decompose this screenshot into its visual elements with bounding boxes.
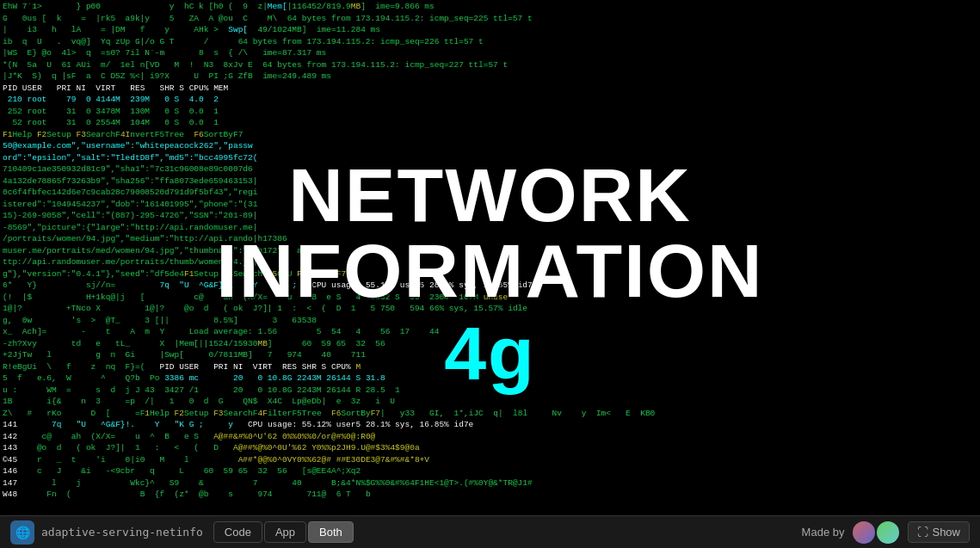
expand-icon: ⛶ <box>917 526 928 539</box>
app-icon: 🌐 <box>10 520 34 545</box>
tab-group: Code App Both <box>213 521 354 543</box>
bottom-bar: 🌐 adaptive-serving-netinfo Code App Both… <box>0 515 980 548</box>
bottom-left: 🌐 adaptive-serving-netinfo Code App Both <box>10 520 354 545</box>
avatar <box>853 521 875 544</box>
bottom-right: Made by ⛶ Show <box>802 521 970 544</box>
show-label: Show <box>932 526 960 539</box>
show-button[interactable]: ⛶ Show <box>908 521 970 543</box>
avatar-2 <box>877 521 899 544</box>
terminal-background: EhW 7`1> } p00 y hC k [h0 ( 9 z|Mem[|116… <box>0 0 980 515</box>
tab-app[interactable]: App <box>264 521 306 543</box>
app-name: adaptive-serving-netinfo <box>41 526 203 539</box>
tab-code[interactable]: Code <box>213 521 262 543</box>
made-by-label: Made by <box>802 526 845 539</box>
tab-both[interactable]: Both <box>308 521 354 543</box>
terminal-left-panel: EhW 7`1> } p00 y hC k [h0 ( 9 z|Mem[|116… <box>0 0 980 515</box>
